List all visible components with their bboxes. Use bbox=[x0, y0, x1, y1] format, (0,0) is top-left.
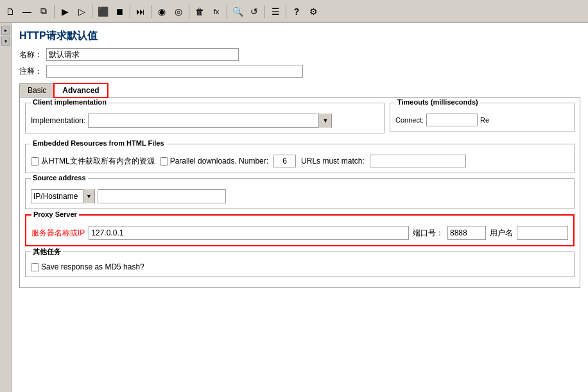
remote-start-icon[interactable]: ◉ bbox=[154, 4, 169, 19]
impl-select-input[interactable] bbox=[89, 114, 318, 127]
toolbar-sep-4 bbox=[151, 5, 151, 18]
source-type-input[interactable] bbox=[31, 190, 83, 203]
parallel-checkbox[interactable] bbox=[160, 157, 168, 166]
step-icon[interactable]: ⏭ bbox=[133, 4, 148, 19]
timeout-row: Connect: Re bbox=[395, 114, 569, 126]
start-no-pause-icon[interactable]: ▷ bbox=[74, 4, 89, 19]
parallel-number-input[interactable] bbox=[273, 155, 296, 167]
sidebar-btn-2[interactable]: ▾ bbox=[1, 37, 10, 46]
settings-icon[interactable]: ⚙ bbox=[306, 4, 321, 19]
proxy-port-input[interactable] bbox=[447, 226, 486, 240]
comment-row: 注释： bbox=[19, 65, 580, 78]
proxy-user-label: 用户名 bbox=[490, 228, 513, 239]
md5-checkbox-label[interactable]: Save response as MD5 hash? bbox=[31, 262, 144, 271]
proxy-row: 服务器名称或IP 端口号： 用户名 bbox=[31, 226, 568, 240]
function-icon[interactable]: fx bbox=[209, 4, 224, 19]
page-title: HTTP请求默认值 bbox=[19, 30, 580, 43]
name-label: 名称： bbox=[19, 49, 42, 60]
tab-basic[interactable]: Basic bbox=[19, 83, 55, 98]
toolbar-sep-8 bbox=[286, 5, 286, 18]
source-type-arrow[interactable]: ▼ bbox=[83, 189, 94, 203]
impl-label: Implementation: bbox=[31, 116, 85, 125]
list-icon[interactable]: ☰ bbox=[268, 4, 283, 19]
proxy-server-section: Proxy Server 服务器名称或IP 端口号： 用户名 bbox=[25, 214, 575, 246]
misc-section: 其他任务 Save response as MD5 hash? bbox=[25, 251, 575, 277]
start-icon[interactable]: ▶ bbox=[57, 4, 73, 19]
impl-row: Implementation: ▼ bbox=[31, 114, 379, 128]
comment-input[interactable] bbox=[46, 65, 303, 78]
proxy-user-input[interactable] bbox=[517, 226, 568, 240]
sidebar-btn-1[interactable]: ▸ bbox=[1, 26, 10, 35]
proxy-legend: Proxy Server bbox=[31, 210, 79, 218]
proxy-port-label: 端口号： bbox=[413, 228, 444, 239]
source-row: ▼ bbox=[31, 189, 569, 203]
misc-row: Save response as MD5 hash? bbox=[31, 262, 569, 271]
timeouts-legend: Timeouts (milliseconds) bbox=[395, 98, 480, 106]
proxy-host-input[interactable] bbox=[89, 226, 409, 240]
connect-input[interactable] bbox=[426, 114, 478, 126]
source-legend: Source address bbox=[31, 174, 88, 182]
md5-checkbox[interactable] bbox=[31, 263, 39, 271]
toolbar-sep-5 bbox=[189, 5, 189, 18]
embedded-legend: Embedded Resources from HTML Files bbox=[31, 139, 166, 147]
comment-label: 注释： bbox=[19, 66, 42, 77]
proxy-host-label: 服务器名称或IP bbox=[31, 228, 85, 239]
response-label: Re bbox=[480, 116, 489, 124]
timeouts-col: Timeouts (milliseconds) Connect: Re bbox=[390, 103, 575, 139]
connect-label: Connect: bbox=[395, 116, 424, 124]
tab-panel-advanced: Client implementation Implementation: ▼ … bbox=[19, 97, 580, 288]
urls-match-input[interactable] bbox=[370, 155, 466, 167]
impl-select-wrapper: ▼ bbox=[88, 114, 332, 128]
misc-legend: 其他任务 bbox=[31, 247, 63, 257]
embedded-row: 从HTML文件获取所有内含的资源 Parallel downloads. Num… bbox=[31, 155, 569, 167]
toolbar-sep-6 bbox=[227, 5, 227, 18]
retrieve-checkbox-label[interactable]: 从HTML文件获取所有内含的资源 bbox=[31, 156, 155, 167]
toolbar-sep-3 bbox=[130, 5, 130, 18]
two-col-section: Client implementation Implementation: ▼ … bbox=[25, 103, 575, 139]
source-type-wrapper: ▼ bbox=[31, 189, 95, 203]
delete-icon[interactable]: — bbox=[19, 4, 35, 19]
toolbar-sep-1 bbox=[54, 5, 55, 18]
reset-icon[interactable]: ↺ bbox=[246, 4, 262, 19]
toolbar: 🗋 — ⧉ ▶ ▷ ⬛ ⏹ ⏭ ◉ ◎ 🗑 fx 🔍 ↺ ☰ ? ⚙ bbox=[0, 0, 588, 23]
stop-icon[interactable]: ⬛ bbox=[95, 4, 110, 19]
client-impl-legend: Client implementation bbox=[31, 98, 108, 106]
timeouts-section: Timeouts (milliseconds) Connect: Re bbox=[390, 103, 575, 132]
parallel-checkbox-label[interactable]: Parallel downloads. Number: bbox=[160, 157, 268, 166]
clear-all-icon[interactable]: 🗑 bbox=[192, 4, 207, 19]
left-sidebar: ▸ ▾ bbox=[0, 23, 12, 392]
retrieve-checkbox[interactable] bbox=[31, 157, 39, 166]
name-input[interactable] bbox=[46, 48, 239, 61]
tab-bar: Basic Advanced bbox=[19, 83, 580, 97]
embedded-resources-section: Embedded Resources from HTML Files 从HTML… bbox=[25, 144, 575, 173]
search-icon[interactable]: 🔍 bbox=[230, 4, 245, 19]
tab-advanced[interactable]: Advanced bbox=[54, 83, 107, 98]
toolbar-sep-2 bbox=[92, 5, 92, 18]
clone-icon[interactable]: ⧉ bbox=[36, 4, 51, 19]
remote-stop-icon[interactable]: ◎ bbox=[171, 4, 186, 19]
toolbar-sep-7 bbox=[264, 5, 265, 18]
client-impl-section: Client implementation Implementation: ▼ bbox=[25, 103, 385, 133]
name-row: 名称： bbox=[19, 48, 580, 61]
source-address-section: Source address ▼ bbox=[25, 178, 575, 209]
new-icon[interactable]: 🗋 bbox=[3, 4, 18, 19]
help-icon[interactable]: ? bbox=[289, 4, 304, 19]
stop-now-icon[interactable]: ⏹ bbox=[112, 4, 127, 19]
impl-select-arrow[interactable]: ▼ bbox=[318, 114, 331, 128]
source-address-input[interactable] bbox=[98, 189, 226, 203]
urls-match-label: URLs must match: bbox=[301, 157, 365, 166]
client-impl-col: Client implementation Implementation: ▼ bbox=[25, 103, 385, 139]
main-content: HTTP请求默认值 名称： 注释： Basic Advanced Client … bbox=[12, 23, 588, 392]
